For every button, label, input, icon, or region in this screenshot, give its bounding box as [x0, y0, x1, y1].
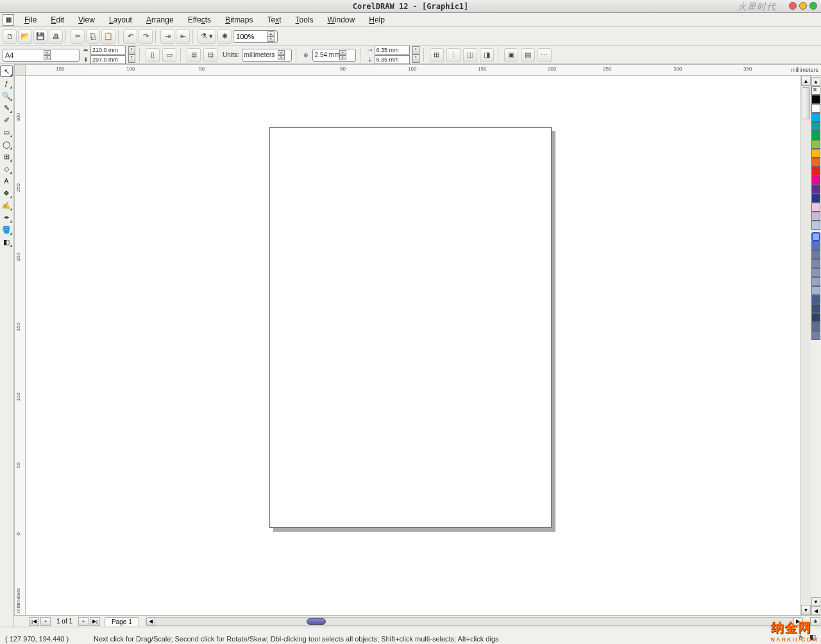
text-tool[interactable]: A — [0, 175, 13, 187]
swatch-lightblue[interactable] — [811, 221, 820, 230]
treat-as-filled2-button[interactable]: ▤ — [521, 48, 535, 62]
menu-text[interactable]: Text — [260, 14, 287, 26]
page-width-input[interactable]: 210.0 mm — [90, 46, 126, 55]
first-page-button[interactable]: |◀ — [29, 617, 39, 626]
app-icon[interactable]: ▦ — [3, 14, 14, 26]
swatch-blue2[interactable] — [811, 241, 820, 250]
menu-file[interactable]: File — [18, 14, 43, 26]
graph-tool[interactable]: ⊞ — [0, 151, 13, 162]
swatch-slate5[interactable] — [811, 286, 820, 295]
swatch-black[interactable] — [811, 95, 820, 104]
swatch-slate4[interactable] — [811, 277, 820, 286]
swatch-pink[interactable] — [811, 203, 820, 212]
swatch-teal[interactable] — [811, 122, 820, 131]
export-button[interactable]: ⇤ — [176, 30, 190, 44]
swatch-lime[interactable] — [811, 140, 820, 149]
options-button[interactable]: ⋯ — [537, 48, 552, 62]
menu-effects[interactable]: Effects — [182, 14, 217, 26]
swatch-slate3[interactable] — [811, 268, 820, 277]
zoom-combo[interactable]: 100% ▴▾ — [233, 30, 278, 43]
swatch-purple[interactable] — [811, 185, 820, 194]
scroll-up-button[interactable]: ▲ — [801, 76, 811, 86]
horizontal-scrollbar[interactable]: ◀ ▶ — [146, 617, 803, 626]
copy-button[interactable]: ⿻ — [86, 30, 100, 44]
ruler-origin[interactable] — [14, 64, 26, 76]
page-layout2-button[interactable]: ⊟ — [203, 48, 217, 62]
open-button[interactable]: 📂 — [18, 30, 32, 44]
v-scroll-thumb[interactable] — [802, 87, 810, 119]
menu-window[interactable]: Window — [321, 14, 362, 26]
dim-spinner[interactable]: ▴▾ — [128, 46, 135, 64]
swatch-lavender[interactable] — [811, 212, 820, 221]
swatch-navy[interactable] — [811, 194, 820, 203]
interactive-fill-tool[interactable]: ◧ — [0, 236, 13, 248]
dup-y-input[interactable]: 6.35 mm — [375, 55, 410, 64]
page-height-input[interactable]: 297.0 mm — [90, 55, 126, 64]
vertical-scrollbar[interactable]: ▲ ▼ — [800, 76, 811, 615]
swatch-green[interactable] — [811, 131, 820, 140]
cut-button[interactable]: ✂ — [71, 30, 85, 44]
swatch-slate10[interactable] — [811, 331, 820, 340]
menu-arrange[interactable]: Arrange — [140, 14, 180, 26]
drawing-page[interactable] — [269, 127, 552, 528]
pick-tool[interactable]: ↖ — [0, 65, 13, 77]
dup-x-input[interactable]: 6.35 mm — [375, 46, 410, 55]
blend-tool[interactable]: ❖ — [0, 187, 13, 199]
swatch-slate9[interactable] — [811, 322, 820, 331]
horizontal-ruler[interactable]: 150 100 50 50 100 150 200 250 300 350 mi… — [26, 64, 821, 76]
save-button[interactable]: 💾 — [33, 30, 47, 44]
swatch-magenta[interactable] — [811, 176, 820, 185]
zoom-spinner[interactable]: ▴▾ — [267, 31, 275, 42]
menu-tools[interactable]: Tools — [289, 14, 320, 26]
shape-tool[interactable]: ƒ — [0, 78, 13, 89]
smart-draw-tool[interactable]: ✐ — [0, 114, 13, 126]
swatch-red[interactable] — [811, 167, 820, 176]
swatch-slate8[interactable] — [811, 313, 820, 322]
snap-guide-button[interactable]: ⋮ — [446, 48, 461, 62]
minimize-button[interactable] — [799, 2, 807, 10]
import-button[interactable]: ⇥ — [160, 30, 174, 44]
snap-obj-button[interactable]: ◫ — [463, 48, 477, 62]
palette-up-button[interactable]: ▲ — [811, 77, 820, 86]
swatch-yellow[interactable] — [811, 149, 820, 158]
add-page-before-button[interactable]: + — [40, 617, 51, 626]
swatch-white[interactable] — [811, 104, 820, 113]
vertical-ruler[interactable]: 300 250 200 150 100 50 0 millimeters — [14, 76, 26, 615]
treat-as-filled-button[interactable]: ▣ — [504, 48, 518, 62]
app-launcher-button[interactable]: ⚗ ▾ — [198, 30, 216, 44]
swatch-cyan[interactable] — [811, 113, 820, 122]
rectangle-tool[interactable]: ▭ — [0, 126, 13, 138]
swatch-slate[interactable] — [811, 250, 820, 259]
outline-tool[interactable]: ✒ — [0, 212, 13, 223]
swatch-slate7[interactable] — [811, 304, 820, 313]
menu-layout[interactable]: Layout — [103, 14, 139, 26]
paste-button[interactable]: 📋 — [101, 30, 115, 44]
palette-expand-button[interactable]: ◀ — [811, 606, 820, 615]
swatch-none[interactable] — [811, 86, 820, 95]
zoom-tool[interactable]: 🔍 — [0, 90, 13, 101]
basic-shapes-tool[interactable]: ◇ — [0, 163, 13, 174]
swatch-slate6[interactable] — [811, 295, 820, 304]
redo-button[interactable]: ↷ — [139, 30, 153, 44]
page-tab-1[interactable]: Page 1 — [105, 617, 139, 626]
add-page-after-button[interactable]: + — [78, 617, 89, 626]
paper-size-combo[interactable]: A4 ▴▾ — [3, 49, 80, 62]
eyedropper-tool[interactable]: ✍ — [0, 199, 13, 211]
snap-grid-button[interactable]: ⊞ — [430, 48, 444, 62]
last-page-button[interactable]: ▶| — [90, 617, 100, 626]
menu-edit[interactable]: Edit — [44, 14, 71, 26]
page-layout-button[interactable]: ⊞ — [187, 48, 201, 62]
new-button[interactable]: 🗋 — [3, 30, 17, 44]
landscape-button[interactable]: ▭ — [162, 48, 176, 62]
swatch-slate2[interactable] — [811, 259, 820, 268]
maximize-button[interactable] — [809, 2, 817, 10]
swatch-orange[interactable] — [811, 158, 820, 167]
units-combo[interactable]: millimeters ▴▾ — [242, 49, 292, 62]
close-button[interactable] — [789, 2, 797, 10]
dup-spinner[interactable]: ▴▾ — [412, 46, 419, 64]
menu-bitmaps[interactable]: Bitmaps — [219, 14, 259, 26]
nudge-input[interactable]: 2.54 mm ▴▾ — [312, 49, 356, 62]
canvas[interactable] — [26, 76, 800, 615]
palette-down-button[interactable]: ▼ — [811, 597, 820, 606]
scroll-left-button[interactable]: ◀ — [146, 618, 155, 625]
